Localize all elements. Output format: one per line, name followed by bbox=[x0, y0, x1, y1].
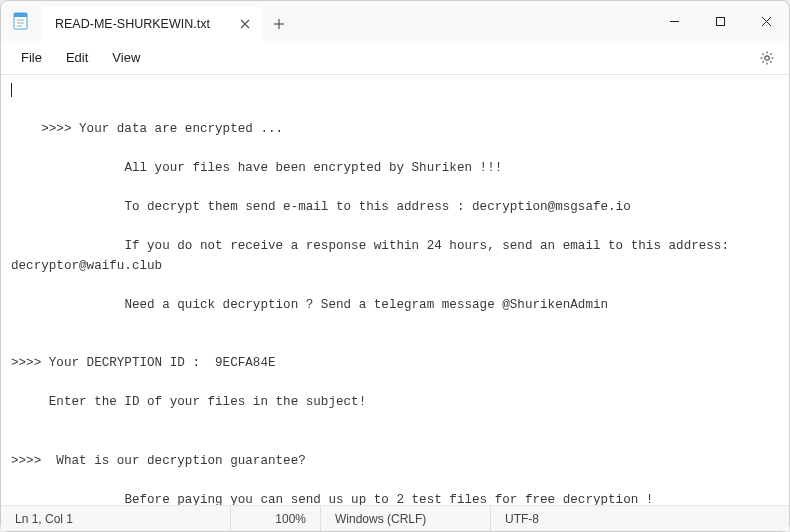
titlebar: READ-ME-SHURKEWIN.txt bbox=[1, 1, 789, 41]
svg-line-21 bbox=[762, 61, 763, 62]
menubar: File Edit View bbox=[1, 41, 789, 75]
status-zoom[interactable]: 100% bbox=[231, 506, 321, 531]
gear-icon bbox=[759, 50, 775, 66]
text-cursor bbox=[11, 83, 12, 97]
statusbar: Ln 1, Col 1 100% Windows (CRLF) UTF-8 bbox=[1, 505, 789, 531]
svg-rect-1 bbox=[14, 13, 27, 17]
menu-view[interactable]: View bbox=[100, 46, 152, 69]
status-position: Ln 1, Col 1 bbox=[1, 506, 231, 531]
svg-point-13 bbox=[765, 55, 769, 59]
close-window-button[interactable] bbox=[743, 1, 789, 41]
close-tab-icon[interactable] bbox=[238, 17, 252, 31]
settings-button[interactable] bbox=[753, 50, 781, 66]
notepad-window: READ-ME-SHURKEWIN.txt File Edit View bbox=[0, 0, 790, 532]
status-line-ending: Windows (CRLF) bbox=[321, 506, 491, 531]
status-encoding: UTF-8 bbox=[491, 506, 789, 531]
document-body: >>>> Your data are encrypted ... All you… bbox=[11, 122, 737, 505]
svg-line-20 bbox=[770, 53, 771, 54]
menu-edit[interactable]: Edit bbox=[54, 46, 100, 69]
file-tab[interactable]: READ-ME-SHURKEWIN.txt bbox=[41, 7, 262, 41]
menu-file[interactable]: File bbox=[9, 46, 54, 69]
text-area[interactable]: >>>> Your data are encrypted ... All you… bbox=[1, 75, 789, 505]
svg-line-19 bbox=[770, 61, 771, 62]
svg-line-18 bbox=[762, 53, 763, 54]
new-tab-button[interactable] bbox=[262, 7, 296, 41]
tab-title: READ-ME-SHURKEWIN.txt bbox=[55, 17, 210, 31]
svg-rect-10 bbox=[716, 17, 724, 25]
window-controls bbox=[651, 1, 789, 41]
minimize-button[interactable] bbox=[651, 1, 697, 41]
app-icon bbox=[1, 1, 41, 41]
maximize-button[interactable] bbox=[697, 1, 743, 41]
